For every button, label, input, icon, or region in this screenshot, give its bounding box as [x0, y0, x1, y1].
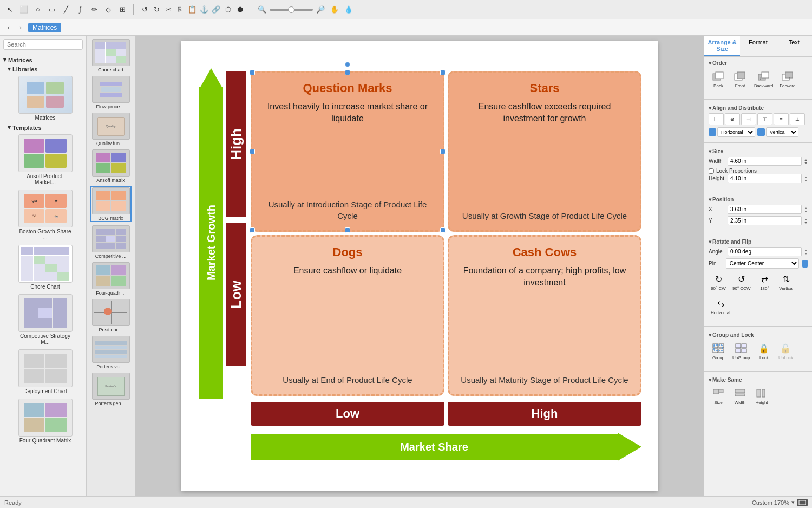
- toolbar-icon-line[interactable]: ╱: [61, 4, 71, 15]
- tl-bcg[interactable]: BCG matrix: [90, 186, 132, 222]
- toolbar-icon-action[interactable]: ⬡: [222, 4, 233, 15]
- canvas-area[interactable]: Market Growth High Low: [135, 36, 704, 496]
- toolbar-icon-select[interactable]: ⬜: [18, 4, 29, 15]
- tl-competitive[interactable]: Competitive ...: [90, 225, 132, 259]
- height-input[interactable]: [728, 174, 802, 183]
- make-same-size-btn[interactable]: Size: [709, 385, 728, 407]
- toolbar-icon-eyedrop[interactable]: 💧: [343, 4, 354, 15]
- position-title[interactable]: ▾ Position: [709, 197, 808, 203]
- toolbar-icon-link[interactable]: 🔗: [211, 4, 221, 15]
- handle-br[interactable]: [440, 227, 446, 233]
- angle-input[interactable]: [728, 247, 802, 256]
- size-title[interactable]: ▾ Size: [709, 148, 808, 154]
- template-four-quadrant[interactable]: Four-Quadrant Matrix: [8, 399, 83, 444]
- align-top-btn[interactable]: ⊤: [757, 113, 772, 125]
- tl-chore[interactable]: Chore chart: [90, 39, 132, 73]
- group-btn[interactable]: Group: [709, 340, 728, 362]
- tl-ansoff[interactable]: Ansoff matrix: [90, 149, 132, 183]
- template-competitive[interactable]: Competitive Strategy M...: [8, 294, 83, 345]
- toolbar-icon-undo[interactable]: ↺: [139, 4, 150, 15]
- template-chore[interactable]: Chore Chart: [8, 245, 83, 290]
- make-same-title[interactable]: ▾ Make Same: [709, 377, 808, 383]
- tab-text[interactable]: Text: [776, 36, 812, 56]
- nav-forward-btn[interactable]: ›: [16, 23, 25, 32]
- toolbar-icon-circle[interactable]: ○: [32, 4, 43, 15]
- toolbar-icon-group[interactable]: ⊞: [117, 4, 128, 15]
- toolbar-icon-arrow[interactable]: ↖: [4, 4, 15, 15]
- toolbar-icon-diamond[interactable]: ◇: [103, 4, 114, 15]
- tl-porters-v[interactable]: Porter's va ...: [90, 336, 132, 369]
- order-backward-btn[interactable]: ↓ Backward: [752, 68, 775, 90]
- rotate-90cw-btn[interactable]: ↻ 90° CW: [709, 271, 728, 293]
- zoom-in-icon[interactable]: 🔎: [315, 4, 326, 15]
- toolbar-icon-anchor[interactable]: ⚓: [199, 4, 209, 15]
- handle-mr[interactable]: [440, 149, 446, 154]
- tab-arrange-size[interactable]: Arrange & Size: [704, 36, 740, 56]
- y-stepper[interactable]: ▲▼: [804, 217, 808, 225]
- toolbar-icon-extra[interactable]: ⬢: [234, 4, 245, 15]
- width-input[interactable]: [728, 157, 802, 166]
- toolbar-icon-copy[interactable]: ⎘: [175, 4, 186, 15]
- zoom-arrow[interactable]: ▾: [791, 499, 795, 506]
- width-stepper[interactable]: ▲▼: [804, 158, 808, 165]
- angle-stepper[interactable]: ▲▼: [804, 248, 808, 256]
- zoom-out-icon[interactable]: 🔍: [257, 4, 267, 15]
- tl-position[interactable]: Positioni ...: [90, 299, 132, 333]
- breadcrumb-dropdown[interactable]: Matrices: [28, 23, 61, 32]
- x-stepper[interactable]: ▲▼: [804, 206, 808, 213]
- unlock-btn[interactable]: 🔓 UnLock: [776, 340, 795, 362]
- toolbar-icon-rect[interactable]: ▭: [47, 4, 57, 15]
- order-back-btn[interactable]: Back: [709, 68, 728, 90]
- search-input[interactable]: [3, 39, 83, 50]
- rotate-90ccw-btn[interactable]: ↺ 90° CCW: [730, 271, 752, 293]
- tl-four-quad[interactable]: Four-quadr ...: [90, 262, 132, 296]
- height-stepper[interactable]: ▲▼: [804, 175, 808, 183]
- lock-proportions-checkbox[interactable]: [709, 168, 714, 174]
- align-bottom-btn[interactable]: ⊥: [790, 113, 805, 125]
- handle-ml[interactable]: [250, 149, 255, 154]
- rot-handle[interactable]: [345, 62, 350, 67]
- template-ansoff[interactable]: Ansoff Product-Market...: [8, 134, 83, 185]
- nav-back-btn[interactable]: ‹: [4, 23, 13, 32]
- templates-title[interactable]: ▾ Templates: [8, 123, 83, 132]
- matrices-section-title[interactable]: ▾ Matrices: [3, 55, 83, 64]
- handle-bl[interactable]: [250, 227, 255, 233]
- tl-porters-g[interactable]: Porter's Porter's gen ...: [90, 373, 132, 406]
- template-deployment[interactable]: Deployment Chart: [8, 349, 83, 394]
- toolbar-icon-pen[interactable]: ✏: [89, 4, 100, 15]
- handle-tr[interactable]: [440, 70, 446, 75]
- group-title[interactable]: ▾ Group and Lock: [709, 332, 808, 338]
- rotate-180-btn[interactable]: ⇄ 180°: [755, 271, 774, 293]
- template-bcg[interactable]: QM ★ 🐕 🐄 Boston Growth-Share ...: [8, 190, 83, 240]
- toolbar-icon-cut[interactable]: ✂: [163, 4, 174, 15]
- h-dist-select[interactable]: Horizontal: [717, 127, 755, 137]
- handle-bc[interactable]: [345, 227, 350, 233]
- flip-horizontal-btn[interactable]: ⇆ Horizontal: [709, 295, 732, 317]
- toolbar-icon-paste[interactable]: 📋: [187, 4, 198, 15]
- align-center-btn[interactable]: ⊕: [725, 113, 740, 125]
- lock-btn[interactable]: 🔒 Lock: [754, 340, 774, 362]
- pin-select[interactable]: Center-Center Top-Left Top-Center: [726, 258, 799, 269]
- align-middle-btn[interactable]: ≡: [774, 113, 789, 125]
- y-input[interactable]: [728, 216, 802, 225]
- order-title[interactable]: ▾ Order: [709, 60, 808, 66]
- align-right-btn[interactable]: ⊣: [741, 113, 756, 125]
- make-same-height-btn[interactable]: Height: [752, 385, 771, 407]
- tl-flow[interactable]: Flow proce ...: [90, 76, 132, 109]
- x-input[interactable]: [728, 205, 802, 214]
- handle-tl[interactable]: [250, 70, 255, 75]
- toolbar-icon-curve[interactable]: ∫: [75, 4, 86, 15]
- make-same-width-btn[interactable]: Width: [730, 385, 750, 407]
- align-left-btn[interactable]: ⊢: [709, 113, 724, 125]
- flip-vertical-btn[interactable]: ⇅ Vertical: [776, 271, 796, 293]
- order-front-btn[interactable]: Front: [730, 68, 750, 90]
- v-dist-select[interactable]: Vertical: [766, 127, 798, 137]
- tl-quality[interactable]: Quality Quality fun ...: [90, 113, 132, 146]
- align-title[interactable]: ▾ Align and Distribute: [709, 105, 808, 111]
- toolbar-icon-hand[interactable]: ✋: [329, 4, 340, 15]
- tab-format[interactable]: Format: [740, 36, 776, 56]
- order-forward-btn[interactable]: ↑ Forward: [777, 68, 797, 90]
- rotate-title[interactable]: ▾ Rotate and Flip: [709, 239, 808, 245]
- toolbar-icon-redo[interactable]: ↻: [151, 4, 162, 15]
- libraries-title[interactable]: ▾ Libraries: [8, 64, 83, 74]
